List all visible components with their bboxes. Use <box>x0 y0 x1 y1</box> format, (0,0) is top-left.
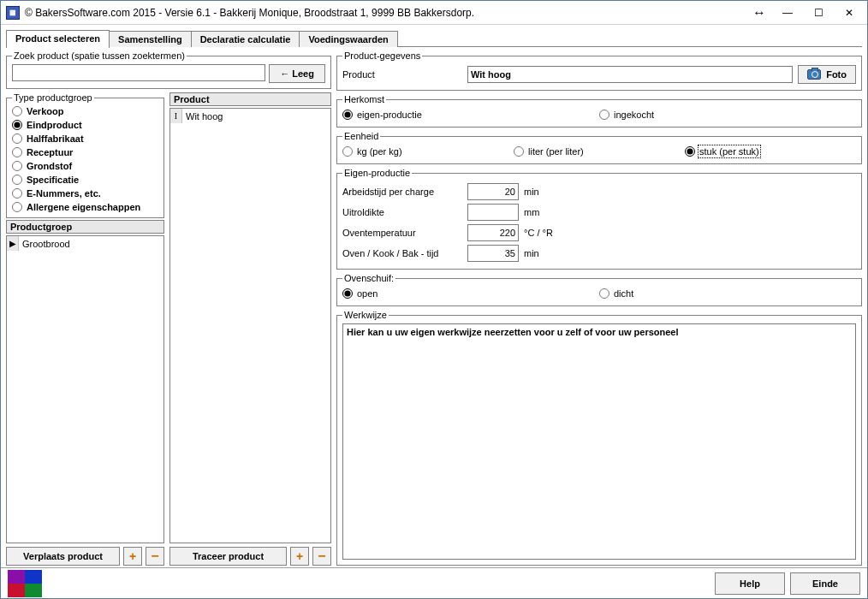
tab-samenstelling[interactable]: Samenstelling <box>109 31 192 47</box>
add-product-button[interactable]: + <box>290 547 309 566</box>
oventime-unit: min <box>524 248 539 258</box>
herkomst-group: Herkomst eigen-productie ingekocht <box>336 94 862 128</box>
herkomst-legend: Herkomst <box>342 94 386 104</box>
productgroup-column: Type productgroep Verkoop Eindproduct Ha… <box>6 92 164 566</box>
minimize-button[interactable]: — <box>773 3 802 22</box>
eenheid-legend: Eenheid <box>342 131 380 141</box>
swatch-blue[interactable] <box>25 570 42 584</box>
color-swatch[interactable] <box>8 570 42 597</box>
tab-bar: Product selecteren Samenstelling Declara… <box>1 25 867 46</box>
type-productgroup-legend: Type productgroep <box>12 92 94 103</box>
radio-enummers[interactable]: E-Nummers, etc. <box>12 187 158 200</box>
werkwijze-textarea[interactable] <box>342 323 856 560</box>
uitrol-unit: mm <box>524 207 539 217</box>
trace-product-button[interactable]: Traceer product <box>169 547 287 566</box>
tab-product-selecteren[interactable]: Product selecteren <box>6 30 110 48</box>
product-name-input[interactable] <box>467 66 793 83</box>
radio-allergene[interactable]: Allergene eigenschappen <box>12 200 158 214</box>
empty-search-button[interactable]: ← Leeg <box>269 64 325 83</box>
oventemp-label: Oventemperatuur <box>342 228 462 238</box>
product-label: Product <box>342 69 462 80</box>
productgroup-header: Productgroep <box>6 220 164 234</box>
radio-ingekocht[interactable]: ingekocht <box>599 108 856 122</box>
add-productgroup-button[interactable]: + <box>123 547 142 566</box>
radio-open[interactable]: open <box>342 287 599 300</box>
search-group: Zoek product (spatie tussen zoektermen) … <box>6 50 331 89</box>
swatch-green[interactable] <box>25 584 42 597</box>
titlebar: ▦ © BakersSoftware.com 2015 - Versie 6.1… <box>1 1 867 25</box>
product-header: Product <box>169 92 331 106</box>
radio-receptuur[interactable]: Receptuur <box>12 145 158 159</box>
eigen-productie-group: Eigen-productie Arbeidstijd per charge m… <box>336 168 862 270</box>
window-title: © BakersSoftware.com 2015 - Versie 6.1 -… <box>25 7 752 19</box>
close-button[interactable]: ✕ <box>835 3 864 22</box>
swatch-red[interactable] <box>8 584 25 597</box>
foto-button[interactable]: Foto <box>798 65 856 84</box>
move-product-button[interactable]: Verplaats product <box>6 547 120 566</box>
camera-icon <box>807 69 821 80</box>
product-details-legend: Product-gegevens <box>342 50 422 61</box>
product-buttons: Traceer product + − <box>169 545 331 566</box>
radio-eigen-productie[interactable]: eigen-productie <box>342 108 599 122</box>
right-column: Product-gegevens Product Foto Herkomst e… <box>336 50 862 566</box>
radio-verkoop[interactable]: Verkoop <box>12 104 158 118</box>
resize-arrows-icon[interactable]: ↔ <box>752 6 766 20</box>
window-buttons: ↔ — ☐ ✕ <box>752 3 867 22</box>
list-item[interactable]: ▶ Grootbrood <box>7 236 163 251</box>
ovenschuif-legend: Ovenschuif: <box>342 273 395 283</box>
help-button[interactable]: Help <box>715 572 785 595</box>
radio-kg[interactable]: kg (per kg) <box>342 145 514 158</box>
eenheid-group: Eenheid kg (per kg) liter (per liter) st… <box>336 131 862 164</box>
product-column: Product I Wit hoog Traceer product + − <box>169 92 331 566</box>
list-item[interactable]: I Wit hoog <box>170 109 330 123</box>
werkwijze-legend: Werkwijze <box>342 310 389 320</box>
remove-product-button[interactable]: − <box>312 547 331 566</box>
search-legend: Zoek product (spatie tussen zoektermen) <box>12 50 187 61</box>
eigen-productie-legend: Eigen-productie <box>342 168 412 178</box>
row-cursor-icon: I <box>170 109 182 123</box>
tab-voedingswaarden[interactable]: Voedingswaarden <box>299 31 397 47</box>
app-icon: ▦ <box>6 6 20 20</box>
charge-input[interactable] <box>467 183 519 200</box>
werkwijze-group: Werkwijze <box>336 310 862 566</box>
radio-eindproduct[interactable]: Eindproduct <box>12 118 158 132</box>
radio-grondstof[interactable]: Grondstof <box>12 159 158 173</box>
left-column: Zoek product (spatie tussen zoektermen) … <box>6 50 331 566</box>
type-productgroup-group: Type productgroep Verkoop Eindproduct Ha… <box>6 92 164 218</box>
product-details-group: Product-gegevens Product Foto <box>336 50 862 91</box>
oventemp-input[interactable] <box>467 224 519 241</box>
charge-label: Arbeidstijd per charge <box>342 187 462 197</box>
maximize-button[interactable]: ☐ <box>804 3 833 22</box>
radio-stuk[interactable]: stuk (per stuk) <box>685 145 856 158</box>
uitrol-input[interactable] <box>467 204 519 221</box>
search-input[interactable] <box>12 64 265 81</box>
einde-button[interactable]: Einde <box>790 572 860 595</box>
remove-productgroup-button[interactable]: − <box>146 547 164 566</box>
radio-dicht[interactable]: dicht <box>599 287 856 300</box>
radio-halffabrikaat[interactable]: Halffabrikaat <box>12 132 158 145</box>
swatch-purple[interactable] <box>8 570 25 584</box>
oventemp-unit: °C / °R <box>524 228 553 238</box>
productgroup-buttons: Verplaats product + − <box>6 545 164 566</box>
radio-specificatie[interactable]: Specificatie <box>12 173 158 187</box>
left-lists: Type productgroep Verkoop Eindproduct Ha… <box>6 92 331 566</box>
uitrol-label: Uitroldikte <box>342 207 462 217</box>
ovenschuif-group: Ovenschuif: open dicht <box>336 273 862 306</box>
oventime-label: Oven / Kook / Bak - tijd <box>342 248 462 258</box>
footer: Help Einde <box>1 567 867 598</box>
oventime-input[interactable] <box>467 245 519 262</box>
row-indicator-icon: ▶ <box>7 236 19 251</box>
tab-declaratie-calculatie[interactable]: Declaratie calculatie <box>191 31 300 47</box>
body: Zoek product (spatie tussen zoektermen) … <box>1 47 867 567</box>
charge-unit: min <box>524 187 539 197</box>
product-list[interactable]: I Wit hoog <box>169 108 331 543</box>
productgroup-list[interactable]: ▶ Grootbrood <box>6 235 164 543</box>
radio-liter[interactable]: liter (per liter) <box>514 145 685 158</box>
main-window: ▦ © BakersSoftware.com 2015 - Versie 6.1… <box>0 0 868 599</box>
